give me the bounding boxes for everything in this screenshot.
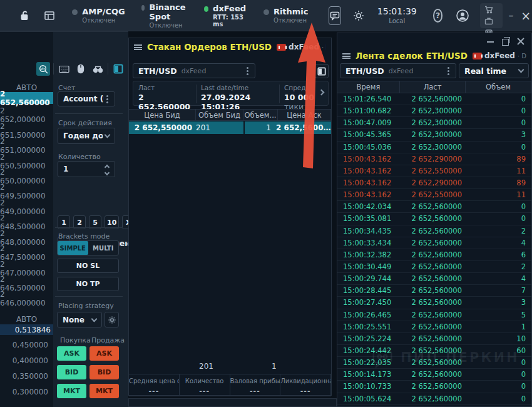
sell-mkt-button[interactable]: MKT	[90, 384, 119, 398]
trade-row[interactable]: 15:00:43.1622 652,55000011	[337, 189, 531, 201]
ladder-price-row[interactable]: 2 652,000000	[0, 108, 53, 123]
briefcase-icon[interactable]	[481, 16, 496, 27]
trade-row[interactable]: 15:00:24.4422 652,56000060	[337, 345, 531, 357]
trade-row[interactable]: 15:00:45.3652 652,3000003	[337, 129, 531, 141]
brackets-simple-button[interactable]: SIMPLE	[58, 241, 88, 255]
sell-bid-button[interactable]: BID	[90, 365, 119, 379]
lock-icon[interactable]	[19, 6, 31, 25]
trade-row[interactable]: 15:00:27.4502 652,5600003	[337, 297, 531, 309]
cart-icon[interactable]	[481, 4, 496, 16]
trade-row[interactable]: 15:00:28.4452 652,5600007	[337, 285, 531, 297]
ladder-price-row[interactable]: 2 650,000000	[0, 169, 53, 184]
ladder-price-row[interactable]: 2 648,500000	[0, 215, 53, 230]
tif-select[interactable]: Годен до отм	[58, 128, 115, 144]
chevron-down-icon[interactable]	[105, 170, 110, 175]
col-header[interactable]: Цена Бид	[129, 110, 196, 120]
buy-bid-button[interactable]: BID	[57, 365, 86, 379]
minimize-window-icon[interactable]: –	[505, 6, 518, 25]
trade-row[interactable]: 15:00:26.4652 652,5600005	[337, 309, 531, 321]
placing-strategy-gear-button[interactable]	[105, 312, 119, 327]
close-window-icon[interactable]: ×	[519, 6, 532, 25]
ladder-selected-price[interactable]: 2 652,560000	[0, 92, 53, 104]
ladder-price-row[interactable]: 0,350000	[0, 368, 53, 384]
ladder-price-row[interactable]: 2 649,000000	[0, 200, 53, 215]
col-header[interactable]: Объем Бид	[196, 110, 243, 120]
trade-row[interactable]: 15:00:25.5512 652,5600001	[337, 321, 531, 333]
no-tp-button[interactable]: NO TP	[57, 277, 119, 291]
trade-row[interactable]: 15:00:45.0362 652,3000000	[337, 142, 531, 153]
workspace-icon[interactable]	[44, 6, 56, 25]
more-options-icon[interactable]	[247, 70, 248, 72]
chat-icon[interactable]	[329, 6, 341, 25]
more-options-icon[interactable]	[106, 98, 108, 100]
connection-binance-spot[interactable]: Binance SpotОтключен	[141, 3, 188, 29]
trade-row[interactable]: 15:00:29.7442 652,5600004	[337, 273, 531, 285]
ladder-price-row[interactable]: 2 651,500000	[0, 123, 53, 138]
ladder-selected-value[interactable]: 0,513846	[0, 324, 53, 335]
trade-row[interactable]: 15:00:33.4342 652,5600004	[337, 237, 531, 249]
ladder-price-row[interactable]: 0,400000	[0, 353, 53, 368]
placing-strategy-select[interactable]: None	[57, 312, 102, 327]
minimize-panel-icon[interactable]	[486, 37, 495, 46]
help-icon[interactable]: ?	[433, 9, 443, 23]
brackets-multi-button[interactable]: MULTI	[88, 241, 119, 255]
close-panel-icon[interactable]	[516, 37, 525, 46]
trade-row[interactable]: 15:00:43.1622 652,29000089	[337, 177, 531, 189]
order-book-row[interactable]: 2 652,550000 201 1 2 652,560000...	[129, 121, 331, 134]
trade-row[interactable]: 15:00:14.1732 652,5600000	[337, 369, 531, 381]
ladder-price-row[interactable]: 2 650,500000	[0, 153, 53, 168]
trade-row[interactable]: 15:00:05.6242 652,5600000	[337, 393, 531, 405]
panel-layout-icon[interactable]	[111, 62, 125, 76]
trade-row[interactable]: 15:00:32.3822 652,5600006	[337, 249, 531, 261]
mouse-icon[interactable]	[74, 62, 88, 76]
menu-icon[interactable]	[342, 53, 350, 59]
ladder-price-row[interactable]: 2 646,000000	[0, 291, 53, 306]
ladder-price-row[interactable]: 0,450000	[0, 337, 53, 353]
no-sl-button[interactable]: NO SL	[57, 259, 119, 273]
col-header[interactable]: Время	[337, 81, 400, 93]
settings-gear-icon[interactable]	[352, 6, 365, 25]
trade-row[interactable]: 15:01:26.5402 652,5600000	[337, 93, 531, 105]
ladder-price-row[interactable]: 2 647,000000	[0, 260, 53, 276]
col-header[interactable]: Объем	[466, 81, 531, 93]
buy-ask-button[interactable]: ASK	[57, 346, 86, 361]
bid-cell[interactable]: 2 652,550000 201	[129, 121, 243, 134]
col-header[interactable]: Ласт	[400, 81, 466, 93]
trade-row[interactable]: 15:00:30.4492 652,5600002	[337, 261, 531, 273]
connection-rithmic[interactable]: RithmicОтключен	[263, 7, 309, 24]
binoculars-icon[interactable]	[91, 62, 105, 76]
restore-panel-icon[interactable]	[501, 37, 510, 46]
chart-magnifier-icon[interactable]	[36, 62, 50, 76]
dom-surface-panel[interactable]: DOM surface ETH/USD dxFeed · Data powere…	[128, 398, 337, 407]
ladder-price-row[interactable]: 2 647,500000	[0, 245, 53, 260]
buy-mkt-button[interactable]: MKT	[57, 384, 86, 398]
ask-cell[interactable]: 1 2 652,560000...	[245, 121, 331, 134]
trade-row[interactable]: 15:00:42.0342 652,5600000	[337, 201, 531, 213]
menu-icon[interactable]	[134, 44, 142, 50]
ladder-price-row[interactable]: 2 649,500000	[0, 184, 53, 199]
ladder-price-row[interactable]: 2 651,000000	[0, 138, 53, 153]
ladder-price-row[interactable]: 2 646,500000	[0, 276, 53, 291]
trade-row[interactable]: 15:00:43.1622 652,55000011	[337, 165, 531, 177]
account-profile-icon[interactable]	[455, 6, 470, 25]
trade-row[interactable]: 15:00:10.7332 652,5600000	[337, 381, 531, 393]
col-header[interactable]: Объем...	[243, 110, 278, 120]
ladder-price-row[interactable]: 2 648,000000	[0, 230, 53, 245]
sell-ask-button[interactable]: ASK	[90, 346, 119, 361]
trade-row[interactable]: 15:00:25.2242 652,56000010	[337, 333, 531, 345]
symbol-selector[interactable]: ETH/USD dxFeed	[133, 63, 255, 78]
more-options-icon[interactable]	[448, 70, 449, 72]
trade-row[interactable]: 15:00:22.0352 652,5600000	[337, 357, 531, 369]
connection-dxfeed[interactable]: dxFeedRTT: 153 ms	[204, 4, 247, 28]
trade-row[interactable]: 15:00:43.1622 652,29000089	[337, 153, 531, 165]
account-select[interactable]: Account (U.	[58, 91, 115, 106]
trade-row[interactable]: 15:00:47.0092 652,3000000	[337, 117, 531, 129]
connection-amp-cqg[interactable]: AMP/CQGОтключен	[72, 7, 125, 24]
symbol-selector[interactable]: ETH/USD dxFeed	[340, 63, 456, 78]
chevron-up-icon[interactable]	[105, 164, 110, 169]
trade-row[interactable]: 15:01:00.6822 652,3000000	[337, 105, 531, 117]
mode-select[interactable]: Real time	[459, 63, 529, 78]
keyboard-icon[interactable]	[57, 62, 71, 76]
trade-row[interactable]: 15:00:35.0812 652,5600000	[337, 213, 531, 225]
panel-layout-icon[interactable]	[315, 64, 329, 78]
